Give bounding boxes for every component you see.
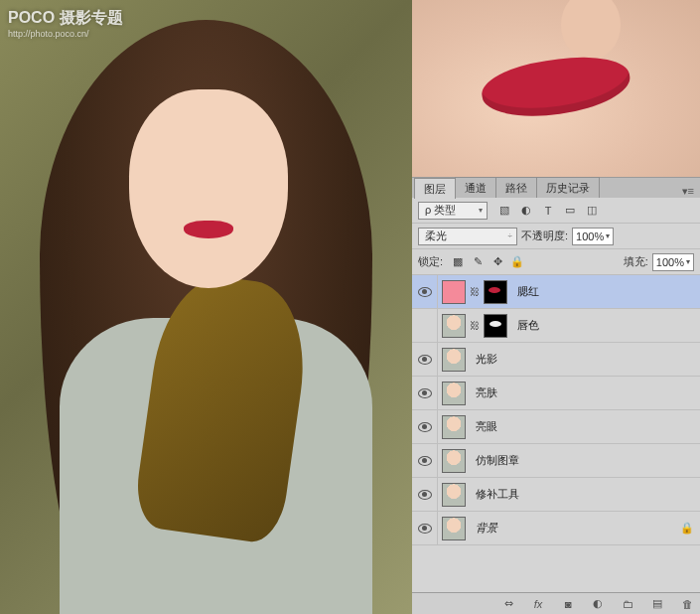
chevron-down-icon: ÷ [508, 231, 512, 240]
layer-thumbnail[interactable] [442, 382, 466, 405]
watermark: POCO 摄影专题 http://photo.poco.cn/ [8, 8, 123, 39]
layers-list[interactable]: ⛓腮红⛓唇色光影亮肤亮眼仿制图章修补工具背景🔒 [412, 275, 700, 592]
link-layers-icon[interactable]: ⇔ [498, 595, 518, 613]
filter-kind-select[interactable]: ρ 类型 ▾ [418, 202, 488, 220]
filter-adjust-icon[interactable]: ◐ [517, 202, 535, 220]
layer-name-label[interactable]: 修补工具 [476, 487, 694, 502]
visibility-toggle[interactable] [412, 512, 438, 544]
eye-icon [418, 388, 432, 398]
layer-name-label[interactable]: 光影 [476, 352, 694, 367]
visibility-toggle[interactable] [412, 343, 438, 376]
layer-thumbnail[interactable] [442, 314, 466, 338]
chevron-down-icon: ▾ [686, 257, 690, 266]
layer-name-label[interactable]: 亮肤 [476, 385, 694, 400]
opacity-label: 不透明度: [521, 229, 568, 243]
layer-filter-row: ρ 类型 ▾ ▧ ◐ T ▭ ◫ [412, 198, 700, 224]
visibility-toggle[interactable] [412, 275, 438, 308]
lock-fill-row: 锁定: ▩ ✎ ✥ 🔒 填充: 100% ▾ [412, 249, 700, 275]
tab-layers[interactable]: 图层 [414, 178, 456, 199]
filter-kind-label: ρ 类型 [425, 203, 456, 218]
link-icon[interactable]: ⛓ [470, 286, 480, 297]
lock-position-icon[interactable]: ✥ [489, 253, 506, 271]
delete-layer-icon[interactable]: 🗑 [677, 595, 697, 613]
layer-thumbnail[interactable] [442, 415, 466, 439]
eye-icon [418, 422, 432, 432]
chevron-down-icon: ▾ [606, 231, 610, 240]
new-layer-icon[interactable]: ▤ [647, 595, 667, 613]
eye-icon [418, 355, 432, 365]
blend-mode-select[interactable]: 柔光 ÷ [418, 228, 517, 245]
layer-name-label[interactable]: 唇色 [517, 318, 694, 333]
portrait-illustration [0, 0, 412, 614]
visibility-toggle[interactable] [412, 410, 438, 443]
panel-menu-icon[interactable]: ▾≡ [676, 185, 700, 198]
filter-icon-group: ▧ ◐ T ▭ ◫ [495, 202, 601, 220]
layer-name-label[interactable]: 腮红 [517, 284, 694, 299]
layer-row[interactable]: 背景🔒 [412, 512, 700, 545]
lock-icon: 🔒 [680, 522, 694, 535]
layer-name-label[interactable]: 仿制图章 [476, 453, 694, 468]
layer-thumbnails [438, 348, 470, 372]
eye-icon [418, 524, 432, 534]
layer-row[interactable]: ⛓腮红 [412, 275, 700, 309]
layer-name-label[interactable]: 背景 [476, 521, 680, 536]
layer-row[interactable]: 光影 [412, 343, 700, 377]
layer-thumbnails [438, 415, 470, 439]
layer-thumbnails [438, 382, 470, 405]
blend-mode-value: 柔光 [425, 229, 447, 243]
layers-footer: ⇔ fx ◙ ◐ 🗀 ▤ 🗑 [412, 592, 700, 614]
filter-pixel-icon[interactable]: ▧ [495, 202, 513, 220]
opacity-value: 100% [576, 230, 604, 242]
filter-type-icon[interactable]: T [539, 202, 557, 220]
layer-row[interactable]: 修补工具 [412, 478, 700, 512]
blend-opacity-row: 柔光 ÷ 不透明度: 100% ▾ [412, 224, 700, 249]
layers-panel: 图层 通道 路径 历史记录 ▾≡ ρ 类型 ▾ ▧ ◐ T ▭ ◫ 柔光 [412, 177, 700, 614]
filter-smart-icon[interactable]: ◫ [583, 202, 601, 220]
new-group-icon[interactable]: 🗀 [618, 595, 637, 613]
new-adjustment-icon[interactable]: ◐ [588, 595, 608, 613]
eye-icon [418, 456, 432, 466]
visibility-toggle[interactable] [412, 377, 438, 409]
layer-row[interactable]: ⛓唇色 [412, 309, 700, 343]
layer-thumbnails [438, 517, 470, 540]
fill-label: 填充: [624, 254, 648, 269]
mask-thumbnail[interactable] [484, 280, 507, 304]
eye-icon [418, 287, 432, 297]
link-icon[interactable]: ⛓ [470, 320, 480, 331]
watermark-url: http://photo.poco.cn/ [8, 29, 123, 39]
visibility-toggle[interactable] [412, 478, 438, 511]
tab-history[interactable]: 历史记录 [536, 177, 600, 198]
chevron-down-icon: ▾ [479, 206, 483, 215]
layer-fx-icon[interactable]: fx [528, 595, 548, 613]
layer-thumbnail[interactable] [442, 517, 466, 540]
layer-row[interactable]: 仿制图章 [412, 444, 700, 478]
visibility-toggle[interactable] [412, 309, 438, 342]
layer-row[interactable]: 亮肤 [412, 377, 700, 410]
tab-channels[interactable]: 通道 [455, 177, 496, 198]
add-mask-icon[interactable]: ◙ [558, 595, 578, 613]
mask-thumbnail[interactable] [484, 314, 507, 338]
layer-name-label[interactable]: 亮眼 [476, 419, 694, 434]
lock-label: 锁定: [418, 254, 443, 269]
canvas-lips-closeup [412, 0, 700, 177]
layer-thumbnails [438, 483, 470, 507]
visibility-toggle[interactable] [412, 444, 438, 477]
fill-value: 100% [656, 256, 684, 268]
opacity-input[interactable]: 100% ▾ [572, 228, 614, 245]
lock-brush-icon[interactable]: ✎ [469, 253, 487, 271]
lock-transparent-icon[interactable]: ▩ [449, 253, 467, 271]
layer-thumbnails: ⛓ [438, 280, 511, 304]
layer-row[interactable]: 亮眼 [412, 410, 700, 444]
layer-thumbnail[interactable] [442, 449, 466, 473]
layer-thumbnail[interactable] [442, 348, 466, 372]
layer-thumbnail[interactable] [442, 280, 466, 304]
tab-paths[interactable]: 路径 [495, 177, 537, 198]
fill-input[interactable]: 100% ▾ [652, 253, 694, 271]
filter-shape-icon[interactable]: ▭ [561, 202, 579, 220]
right-column: 图层 通道 路径 历史记录 ▾≡ ρ 类型 ▾ ▧ ◐ T ▭ ◫ 柔光 [412, 0, 700, 614]
layer-thumbnail[interactable] [442, 483, 466, 507]
watermark-brand: POCO 摄影专题 [8, 9, 123, 26]
canvas-main-portrait: POCO 摄影专题 http://photo.poco.cn/ [0, 0, 412, 614]
eye-icon [418, 490, 432, 500]
lock-all-icon[interactable]: 🔒 [508, 253, 526, 271]
